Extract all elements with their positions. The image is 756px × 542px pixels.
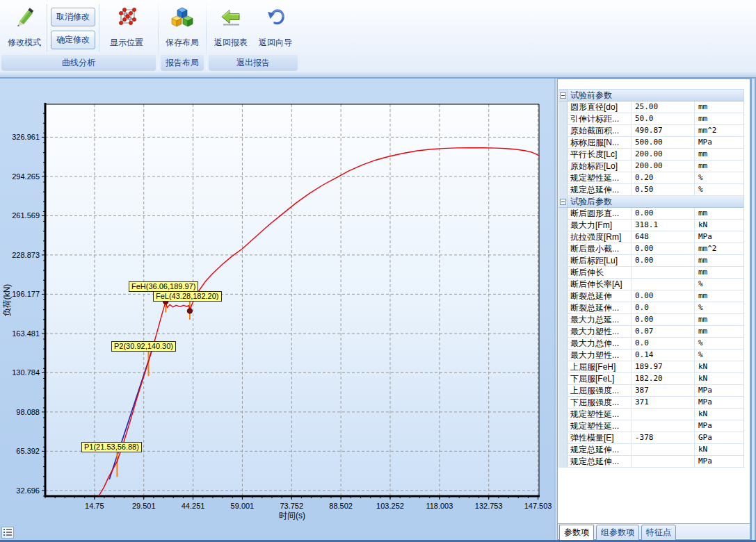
show-position-label: 显示位置 [110, 37, 143, 49]
param-row[interactable]: 规定塑性延...MPa [558, 420, 743, 432]
param-value[interactable]: 200.00 [632, 149, 695, 160]
param-row[interactable]: 规定总延伸...kN [558, 444, 743, 456]
return-report-button[interactable]: 返回报表 [210, 1, 252, 55]
param-row[interactable]: 原始截面积...490.87mm^2 [558, 125, 743, 137]
row-gutter [558, 137, 568, 148]
param-value[interactable]: 387 [632, 385, 695, 396]
param-value[interactable]: 648 [632, 231, 695, 243]
param-value[interactable]: 0.00 [632, 243, 695, 254]
y-axis-title: 负荷(kN) [2, 284, 12, 317]
row-gutter [558, 444, 568, 455]
param-value[interactable]: 0.07 [632, 326, 695, 337]
param-row[interactable]: 上屈服[FeH]189.97kN [558, 361, 743, 373]
param-name: 断后伸长率[A] [568, 279, 632, 290]
cancel-modify-button[interactable]: 取消修改 [51, 8, 95, 26]
row-gutter [558, 231, 568, 243]
param-row[interactable]: 上屈服强度...387MPa [558, 385, 743, 397]
collapse-icon[interactable] [560, 92, 566, 99]
param-row[interactable]: 下屈服[FeL]182.20kN [558, 373, 743, 385]
param-group-header[interactable]: 试验前参数 [558, 90, 743, 101]
param-row[interactable]: 规定塑性延...kN [558, 409, 743, 420]
tab-参数项[interactable]: 参数项 [559, 525, 594, 541]
param-group-header[interactable]: 试验后参数 [558, 196, 743, 208]
param-row[interactable]: 断裂总延伸...0.0% [558, 302, 743, 314]
param-row[interactable]: 规定塑性延...0.20% [558, 172, 743, 184]
point-annotation-label[interactable]: P1(21.53,56.88) [81, 442, 142, 452]
param-row[interactable]: 规定总延伸...MPa [558, 456, 743, 468]
param-value[interactable]: 0.50 [632, 184, 695, 195]
param-name: 规定总延伸... [568, 444, 632, 455]
param-row[interactable]: 圆形直径[do]25.00mm [558, 101, 743, 113]
collapse-icon[interactable] [560, 199, 566, 205]
param-value[interactable]: 500.00 [632, 137, 695, 148]
param-value[interactable]: 318.1 [632, 220, 695, 231]
param-value[interactable]: 490.87 [632, 125, 695, 136]
param-row[interactable]: 下屈服强度...371MPa [558, 397, 743, 409]
x-tick-label: 147.503 [524, 502, 552, 510]
param-name: 最大力[Fm] [568, 220, 632, 231]
param-row[interactable]: 断后最小截...0.00mm^2 [558, 243, 743, 255]
point-annotation-label[interactable]: FeL(43.28,182.20) [153, 291, 222, 302]
molecule-icon [115, 6, 138, 32]
param-row[interactable]: 最大力塑性...0.14% [558, 350, 743, 361]
param-value[interactable]: 371 [632, 397, 695, 408]
param-row[interactable]: 最大力[Fm]318.1kN [558, 220, 743, 231]
confirm-modify-button[interactable]: 确定修改 [51, 31, 95, 49]
param-value[interactable]: 0.14 [632, 350, 695, 361]
y-tick-label: 294.265 [12, 172, 40, 181]
param-row[interactable]: 抗拉强度[Rm]648MPa [558, 231, 743, 243]
param-value[interactable]: -378 [632, 432, 695, 443]
param-value[interactable] [632, 409, 695, 420]
param-value[interactable]: 0.0 [632, 338, 695, 349]
param-value[interactable] [632, 456, 695, 467]
param-row[interactable]: 最大力塑性...0.07mm [558, 326, 743, 338]
param-value[interactable] [632, 420, 695, 432]
list-toggle-button[interactable] [1, 527, 14, 539]
param-row[interactable]: 断裂总延伸0.00mm [558, 290, 743, 302]
param-row[interactable]: 标称屈服[N...500.00MPa [558, 137, 743, 149]
load-time-chart-canvas[interactable]: 32.69665.39298.088130.784163.481196.1772… [0, 79, 554, 540]
param-value[interactable]: 0.0 [632, 302, 695, 313]
param-value[interactable]: 189.97 [632, 361, 695, 372]
plot-area[interactable] [45, 104, 539, 496]
param-value[interactable]: 0.20 [632, 172, 695, 183]
row-gutter [558, 326, 568, 337]
param-value[interactable]: 0.00 [632, 255, 695, 266]
right-splitter[interactable] [750, 79, 756, 540]
param-value[interactable] [632, 279, 695, 290]
return-wizard-button[interactable]: 返回向导 [255, 1, 296, 55]
param-value[interactable]: 200.00 [632, 161, 695, 172]
param-value[interactable] [632, 444, 695, 455]
param-row[interactable]: 断后标距[Lu]0.00mm [558, 255, 743, 267]
param-row[interactable]: 最大力总延...0.00mm [558, 314, 743, 326]
param-row[interactable]: 断后伸长mm [558, 267, 743, 279]
param-row[interactable]: 断后伸长率[A]% [558, 279, 743, 290]
show-position-button[interactable]: 显示位置 [100, 1, 153, 55]
param-row[interactable]: 断后圆形直...0.00mm [558, 208, 743, 220]
param-name: 规定总延伸... [568, 456, 632, 467]
param-row[interactable]: 弹性模量[E]-378GPa [558, 432, 743, 444]
ribbon-bottom-edge [0, 72, 756, 79]
param-value[interactable]: 25.00 [632, 101, 695, 113]
param-value[interactable]: 50.0 [632, 113, 695, 124]
param-value[interactable]: 0.00 [632, 290, 695, 302]
param-value[interactable]: 0.00 [632, 314, 695, 325]
param-value[interactable] [632, 267, 695, 278]
param-row[interactable]: 原始标距[Lo]200.00mm [558, 161, 743, 172]
param-row[interactable]: 引伸计标距...50.0mm [558, 113, 743, 125]
save-layout-button[interactable]: 保存布局 [162, 1, 202, 55]
param-unit: mm [695, 101, 743, 113]
param-value[interactable]: 182.20 [632, 373, 695, 384]
point-annotation-label[interactable]: FeH(36.06,189.97) [129, 281, 198, 292]
param-name: 标称屈服[N... [568, 137, 632, 148]
modify-mode-button[interactable]: 修改模式 [3, 1, 46, 55]
param-row[interactable]: 规定总延伸...0.50% [558, 184, 743, 196]
point-annotation-label[interactable]: P2(30.92,140.30) [111, 341, 176, 352]
tab-组参数项[interactable]: 组参数项 [596, 525, 639, 541]
param-row[interactable]: 最大力总伸...0.0% [558, 338, 743, 350]
param-row[interactable]: 平行长度[Lc]200.00mm [558, 149, 743, 161]
param-value[interactable]: 0.00 [632, 208, 695, 219]
param-name: 下屈服[FeL] [568, 373, 632, 384]
param-name: 规定塑性延... [568, 172, 632, 183]
tab-特征点[interactable]: 特征点 [641, 525, 676, 541]
